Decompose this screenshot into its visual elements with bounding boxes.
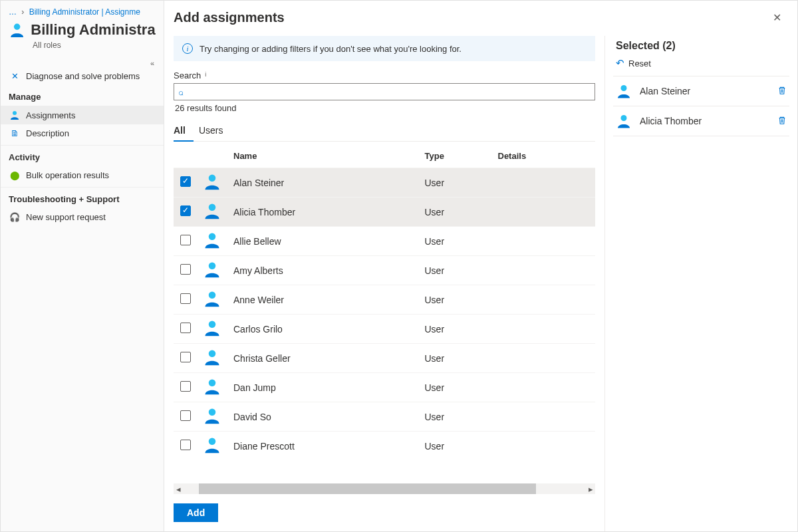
row-checkbox[interactable] — [180, 440, 191, 450]
info-icon: i — [182, 43, 193, 54]
horizontal-scrollbar[interactable]: ◂ ▸ — [174, 483, 595, 494]
results-count: 26 results found — [174, 100, 595, 121]
close-icon[interactable]: ✕ — [770, 9, 784, 27]
row-checkbox[interactable] — [180, 381, 191, 392]
row-details — [493, 373, 596, 402]
support-icon: 🎧 — [9, 212, 21, 222]
row-type: User — [420, 402, 493, 432]
row-name: Carlos Grilo — [228, 315, 420, 344]
remove-selected-button[interactable] — [777, 116, 787, 127]
selected-item-name: Alan Steiner — [632, 86, 777, 96]
user-avatar-icon — [203, 348, 221, 366]
nav-label: Assignments — [26, 110, 75, 120]
table-row[interactable]: Amy AlbertsUser — [174, 256, 595, 285]
results-list[interactable]: Name Type Details Alan SteinerUserAlicia… — [174, 144, 595, 483]
reset-button[interactable]: ↶ Reset — [613, 56, 789, 76]
table-row[interactable]: David SoUser — [174, 402, 595, 432]
row-type: User — [420, 432, 493, 461]
row-details — [493, 315, 596, 344]
user-avatar-icon — [203, 406, 221, 425]
row-checkbox[interactable] — [180, 205, 191, 216]
tab-all[interactable]: All — [174, 121, 186, 141]
row-checkbox[interactable] — [180, 352, 191, 362]
selected-item-name: Alicia Thomber — [632, 116, 777, 126]
panel-title: Add assignments — [174, 10, 285, 25]
reset-icon: ↶ — [616, 57, 624, 69]
selected-panel: Selected (2) ↶ Reset Alan SteinerAlicia … — [604, 36, 797, 531]
selected-item: Alicia Thomber — [613, 106, 789, 136]
user-avatar-icon — [616, 113, 632, 129]
nav-new-support-request[interactable]: 🎧 New support request — [1, 208, 164, 226]
table-row[interactable]: Allie BellewUser — [174, 227, 595, 256]
nav-label: Diagnose and solve problems — [26, 71, 140, 81]
row-type: User — [420, 373, 493, 402]
table-row[interactable]: Diane PrescottUser — [174, 432, 595, 461]
search-icon: ⌕ — [178, 87, 184, 97]
row-details — [493, 256, 596, 285]
collapse-sidebar-button[interactable]: « — [1, 59, 164, 67]
add-button[interactable]: Add — [174, 503, 218, 522]
nav-bulk-operation-results[interactable]: ⬤ Bulk operation results — [1, 166, 164, 184]
row-type: User — [420, 168, 493, 198]
nav-label: New support request — [26, 212, 106, 222]
selected-header: Selected (2) — [613, 36, 789, 56]
column-details[interactable]: Details — [493, 144, 596, 168]
row-type: User — [420, 315, 493, 344]
add-assignments-panel: Add assignments ✕ i Try changing or addi… — [164, 1, 797, 531]
table-row[interactable]: Carlos GriloUser — [174, 315, 595, 344]
breadcrumb-link[interactable]: Billing Administrator | Assignme — [29, 7, 140, 17]
user-avatar-icon — [616, 83, 632, 99]
search-input[interactable] — [174, 83, 595, 100]
breadcrumb: … › Billing Administrator | Assignme — [1, 7, 164, 19]
row-details — [493, 432, 596, 461]
table-row[interactable]: Alan SteinerUser — [174, 168, 595, 198]
row-details — [493, 198, 596, 227]
info-icon[interactable]: i — [205, 71, 213, 80]
row-name: David So — [228, 402, 420, 432]
nav-assignments[interactable]: Assignments — [1, 106, 164, 124]
table-row[interactable]: Anne WeilerUser — [174, 285, 595, 315]
row-name: Christa Geller — [228, 344, 420, 373]
tab-users[interactable]: Users — [199, 121, 223, 141]
nav-section-manage: Manage — [1, 85, 164, 106]
nav-section-activity: Activity — [1, 145, 164, 166]
row-checkbox[interactable] — [180, 264, 191, 275]
nav-section-troubleshoot: Troubleshooting + Support — [1, 187, 164, 208]
nav-diagnose[interactable]: ✕ Diagnose and solve problems — [1, 67, 164, 85]
row-checkbox[interactable] — [180, 323, 191, 333]
row-type: User — [420, 198, 493, 227]
page-subtitle: All roles — [1, 39, 164, 59]
row-name: Alan Steiner — [228, 168, 420, 198]
remove-selected-button[interactable] — [777, 86, 787, 97]
row-checkbox[interactable] — [180, 410, 191, 421]
row-name: Amy Alberts — [228, 256, 420, 285]
table-row[interactable]: Alicia ThomberUser — [174, 198, 595, 227]
info-text: Try changing or adding filters if you do… — [200, 44, 462, 54]
row-type: User — [420, 344, 493, 373]
table-row[interactable]: Dan JumpUser — [174, 373, 595, 402]
info-bar: i Try changing or adding filters if you … — [174, 36, 595, 61]
user-avatar-icon — [203, 201, 221, 220]
column-type[interactable]: Type — [420, 144, 493, 168]
row-name: Allie Bellew — [228, 227, 420, 256]
row-name: Diane Prescott — [228, 432, 420, 461]
row-name: Anne Weiler — [228, 285, 420, 315]
column-name[interactable]: Name — [228, 144, 420, 168]
search-label: Search i — [174, 70, 595, 80]
row-checkbox[interactable] — [180, 176, 191, 187]
user-avatar-icon — [203, 319, 221, 337]
user-avatar-icon — [203, 436, 221, 454]
nav-description[interactable]: 🗎 Description — [1, 124, 164, 142]
table-row[interactable]: Christa GellerUser — [174, 344, 595, 373]
bulk-icon: ⬤ — [9, 170, 21, 180]
row-checkbox[interactable] — [180, 235, 191, 245]
user-avatar-icon — [203, 231, 221, 249]
row-details — [493, 285, 596, 315]
row-checkbox[interactable] — [180, 293, 191, 304]
nav-label: Bulk operation results — [26, 170, 109, 180]
row-details — [493, 227, 596, 256]
breadcrumb-ellipsis[interactable]: … — [9, 7, 17, 17]
page-title: Billing Administrato — [31, 21, 156, 39]
selected-item: Alan Steiner — [613, 76, 789, 106]
row-type: User — [420, 256, 493, 285]
